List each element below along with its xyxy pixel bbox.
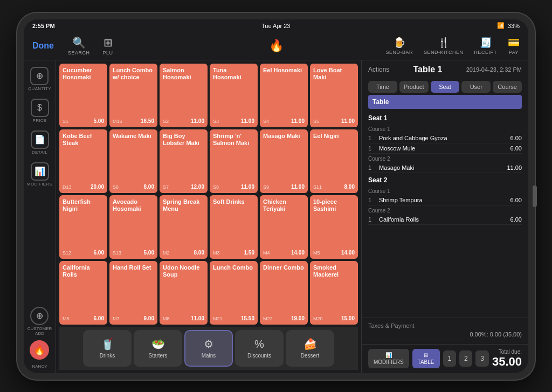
menu-item[interactable]: Chicken Teriyaki M4 14.00 xyxy=(260,195,308,259)
category-discounts-button[interactable]: % Discounts xyxy=(235,330,284,367)
menu-item[interactable]: Lunch Combo w/ choice M16 16.50 xyxy=(109,64,157,127)
menu-item[interactable]: Soft Drinks M3 1.50 xyxy=(210,195,258,259)
menu-item[interactable]: Butterfish Nigiri S12 6.00 xyxy=(59,195,107,259)
order-item-row[interactable]: 1 California Rolls 6.00 xyxy=(368,215,522,225)
order-item-price: 6.00 xyxy=(510,135,522,141)
detail-button[interactable]: 📄 DETAIL xyxy=(29,128,51,157)
menu-item[interactable]: Kobe Beef Steak D13 20.00 xyxy=(59,129,107,193)
modifiers-button[interactable]: 📊 MODIFIERS xyxy=(25,160,54,189)
fire-icon: 🔥 xyxy=(33,344,45,356)
menu-item-sku: M2 xyxy=(163,250,170,256)
menu-item-price: 8.00 xyxy=(194,250,204,256)
menu-item[interactable]: Udon Noodle Soup M8 11.00 xyxy=(160,261,208,325)
category-dessert-button[interactable]: 🍰 Dessert xyxy=(286,330,334,367)
menu-item-name: Spring Break Menu xyxy=(163,198,204,212)
course-label: Course 2 xyxy=(368,208,522,214)
menu-item-price: 15.00 xyxy=(341,315,355,321)
customer-add-button[interactable]: ⊕ CUSTOMERADD xyxy=(27,307,52,336)
menu-item[interactable]: Spring Break Menu M2 8.00 xyxy=(160,195,208,259)
price-button[interactable]: $ PRICE xyxy=(29,97,51,125)
send-kitchen-button[interactable]: 🍴 SEND-KITCHEN xyxy=(424,37,464,55)
top-right-actions: 🍺 SEND-BAR 🍴 SEND-KITCHEN 🧾 RECEIPT 💳 PA… xyxy=(385,37,520,55)
modifiers-rb-button[interactable]: 📊 MODIFIERS xyxy=(368,349,409,368)
order-item-price: 6.00 xyxy=(510,216,522,223)
status-icons: 📶 33% xyxy=(497,22,520,29)
menu-item-price: 11.00 xyxy=(291,118,305,124)
tab-course[interactable]: Course xyxy=(493,81,522,93)
menu-item[interactable]: Masago Maki S9 11.00 xyxy=(260,129,308,193)
menu-item[interactable]: Love Boat Maki S5 11.00 xyxy=(310,64,358,127)
menu-item-name: Chicken Teriyaki xyxy=(263,198,305,212)
category-starters-button[interactable]: 🥗 Starters xyxy=(134,330,182,367)
menu-item-sku: M4 xyxy=(263,250,270,256)
plu-button[interactable]: ⊞ PLU xyxy=(103,36,113,56)
menu-item-sku: M8 xyxy=(163,316,170,321)
menu-item[interactable]: Eel Nigiri S11 8.00 xyxy=(310,129,358,193)
status-date: Tue Apr 23 xyxy=(261,23,290,29)
menu-item[interactable]: Hand Roll Set M7 9.00 xyxy=(109,261,157,325)
receipt-button[interactable]: 🧾 RECEIPT xyxy=(474,37,497,55)
nancy-avatar[interactable]: 🔥 xyxy=(30,340,49,360)
menu-item-sku: S12 xyxy=(63,250,71,256)
category-mains-button[interactable]: ⚙ Mains xyxy=(184,330,233,367)
menu-item-price: 14.00 xyxy=(341,250,355,256)
menu-item[interactable]: Dinner Combo M22 19.00 xyxy=(260,261,308,325)
menu-item[interactable]: Wakame Maki S6 8.00 xyxy=(109,129,157,193)
order-item-row[interactable]: 1 Moscow Mule 6.00 xyxy=(368,143,522,154)
menu-item[interactable]: Eel Hosomaki S4 11.00 xyxy=(260,64,308,127)
menu-item-sku: S1 xyxy=(63,119,68,124)
menu-item-price: 6.00 xyxy=(94,250,104,256)
menu-item-name: Masago Maki xyxy=(263,133,305,140)
menu-item-sku: S8 xyxy=(213,184,219,190)
menu-item-sku: M3 xyxy=(213,250,220,256)
pay-icon: 💳 xyxy=(508,37,520,49)
menu-item-price: 12.00 xyxy=(191,184,204,190)
done-button[interactable]: Done xyxy=(32,41,59,51)
menu-item[interactable]: 10-piece Sashimi M5 14.00 xyxy=(310,195,358,259)
home-button[interactable] xyxy=(533,185,537,207)
order-item-qty: 1 xyxy=(368,135,379,141)
menu-item-price: 11.00 xyxy=(341,118,355,124)
category-drinks-button[interactable]: 🥤 Drinks xyxy=(83,330,132,367)
seat-1-button[interactable]: 1 xyxy=(443,350,456,367)
seat-2-button[interactable]: 2 xyxy=(459,350,472,367)
left-sidebar: ⊕ QUANTITY $ PRICE 📄 DETAIL 📊 MODIFIERS xyxy=(24,60,56,373)
menu-item[interactable]: Smoked Mackerel M20 15.00 xyxy=(310,261,358,325)
order-item-name: Moscow Mule xyxy=(379,145,510,152)
search-button[interactable]: 🔍 SEARCH xyxy=(68,36,90,56)
order-item-price: 6.00 xyxy=(510,197,522,203)
menu-item[interactable]: Salmon Hosomaki S2 11.00 xyxy=(160,64,208,127)
tab-seat[interactable]: Seat xyxy=(431,81,460,93)
customer-add-icon: ⊕ xyxy=(30,307,49,325)
quantity-button[interactable]: ⊕ QUANTITY xyxy=(26,65,53,93)
order-item-row[interactable]: 1 Shrimp Tempura 6.00 xyxy=(368,195,522,205)
menu-item-name: California Rolls xyxy=(63,264,104,278)
menu-item[interactable]: California Rolls M6 6.00 xyxy=(59,261,107,325)
tax-rate: 0.00%: 0.00 (35.00) xyxy=(368,329,522,340)
menu-item[interactable]: Lunch Combo M21 15.50 xyxy=(210,261,258,325)
category-icon: 🍰 xyxy=(303,338,317,350)
detail-icon: 📄 xyxy=(31,130,49,149)
modifiers-icon: 📊 xyxy=(31,162,49,181)
tab-product[interactable]: Product xyxy=(399,81,429,93)
menu-item-sku: S13 xyxy=(113,250,121,256)
pay-button[interactable]: 💳 PAY xyxy=(508,37,520,55)
menu-item[interactable]: Avocado Hosomaki S13 5.00 xyxy=(109,195,157,259)
menu-item[interactable]: Shrimp 'n' Salmon Maki S8 11.00 xyxy=(210,129,258,193)
menu-item-price: 11.00 xyxy=(291,184,305,190)
order-item-row[interactable]: 1 Masago Maki 11.00 xyxy=(368,163,522,173)
seat-3-button[interactable]: 3 xyxy=(475,350,488,367)
menu-item[interactable]: Big Boy Lobster Maki S7 12.00 xyxy=(160,129,208,193)
table-rb-button[interactable]: ⊞ TABLE xyxy=(412,349,440,368)
order-item-qty: 1 xyxy=(368,216,379,223)
right-panel: Actions Table 1 2019-04-23, 2:32 PM Time… xyxy=(361,60,528,373)
tab-time[interactable]: Time xyxy=(368,81,397,93)
menu-item-sku: S7 xyxy=(163,184,169,190)
tab-user[interactable]: User xyxy=(461,81,491,93)
menu-item[interactable]: Tuna Hosomaki S3 11.00 xyxy=(210,64,258,127)
send-bar-button[interactable]: 🍺 SEND-BAR xyxy=(385,37,413,55)
menu-item-name: Salmon Hosomaki xyxy=(163,67,204,81)
menu-item-price: 11.00 xyxy=(191,118,204,124)
menu-item[interactable]: Cucumber Hosomaki S1 5.00 xyxy=(59,64,107,127)
order-item-row[interactable]: 1 Pork and Cabbage Gyoza 6.00 xyxy=(368,133,522,143)
